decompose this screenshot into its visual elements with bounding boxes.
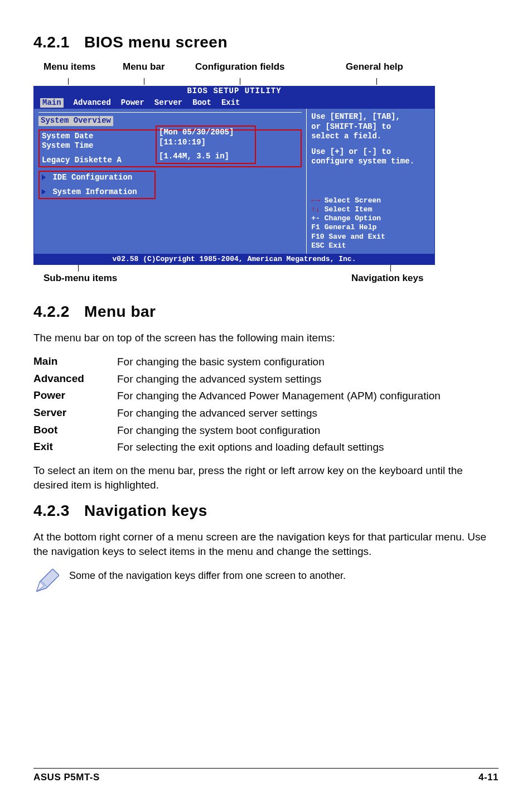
submenu-sysinfo[interactable]: System Information: [42, 187, 152, 197]
tab-server[interactable]: Server: [154, 98, 182, 108]
highlight-box-submenu: IDE Configuration System Information: [38, 171, 156, 199]
bios-menubar[interactable]: Main Advanced Power Server Boot Exit: [33, 97, 435, 109]
def-term: Power: [33, 389, 117, 403]
bottom-annotation-row: Sub-menu items Navigation keys: [33, 273, 435, 286]
submenu-arrow-icon: [42, 175, 46, 180]
def-desc: For changing the basic system configurat…: [117, 355, 499, 369]
help-line: or [SHIFT-TAB] to: [311, 122, 430, 132]
heading-title: Navigation keys: [84, 502, 207, 519]
bios-left-pane: System Overview System Date System Time …: [34, 109, 306, 254]
heading-title: BIOS menu screen: [84, 33, 228, 51]
heading-4-2-2: 4.2.2 Menu bar: [33, 303, 499, 321]
def-term: Server: [33, 407, 117, 421]
help-line: Use [+] or [-] to: [311, 147, 430, 157]
annot-general-help: General help: [346, 61, 403, 73]
nav-key-f1: F1: [311, 223, 320, 231]
nav-key-lr: ←→: [311, 196, 320, 205]
highlight-box-config-fields: [Mon 05/30/2005] [11:10:19] [1.44M, 3.5 …: [156, 125, 256, 164]
annot-menu-bar: Menu bar: [123, 61, 165, 73]
footer-right: 4-11: [478, 772, 499, 783]
tab-advanced[interactable]: Advanced: [74, 98, 111, 108]
nav-key-esc: ESC: [311, 241, 324, 250]
bios-title: BIOS SETUP UTILITY: [33, 86, 435, 97]
nav-key-pm: +-: [311, 214, 320, 223]
heading-num: 4.2.3: [33, 502, 70, 519]
heading-num: 4.2.2: [33, 303, 70, 320]
nav-label: Select Item: [325, 205, 373, 214]
page-footer: ASUS P5MT-S 4-11: [33, 768, 499, 783]
value-system-time[interactable]: [11:10:19]: [159, 138, 253, 148]
annot-config-fields: Configuration fields: [195, 61, 285, 73]
heading-4-2-3: 4.2.3 Navigation keys: [33, 502, 499, 520]
menu-bar-intro: The menu bar on top of the screen has th…: [33, 331, 499, 345]
bios-body: System Overview System Date System Time …: [33, 109, 435, 254]
submenu-ide[interactable]: IDE Configuration: [42, 173, 152, 183]
tab-power[interactable]: Power: [121, 98, 144, 108]
top-annotation-row: Menu items Menu bar Configuration fields…: [33, 61, 499, 77]
tick: [68, 78, 69, 85]
definition-list: MainFor changing the basic system config…: [33, 355, 499, 455]
nav-label: General Help: [325, 223, 377, 231]
def-term: Boot: [33, 424, 117, 438]
tab-exit[interactable]: Exit: [221, 98, 240, 108]
nav-key-f10: F10: [311, 233, 324, 241]
heading-title: Menu bar: [84, 303, 156, 320]
heading-4-2-1: 4.2.1 BIOS menu screen: [33, 33, 499, 51]
value-legacy-diskette[interactable]: [1.44M, 3.5 in]: [159, 152, 253, 162]
footer-left: ASUS P5MT-S: [33, 772, 100, 783]
field-system-time[interactable]: System Time: [42, 141, 148, 151]
tick: [78, 265, 79, 272]
top-tick-row: [33, 78, 499, 86]
tick: [240, 78, 240, 85]
def-desc: For changing the Advanced Power Manageme…: [117, 389, 499, 403]
bios-right-pane: Use [ENTER], [TAB], or [SHIFT-TAB] to se…: [306, 109, 434, 254]
note-text: Some of the navigation keys differ from …: [69, 569, 346, 582]
value-system-date[interactable]: [Mon 05/30/2005]: [159, 128, 253, 138]
annot-nav-keys: Navigation keys: [351, 273, 423, 284]
annot-submenu-items: Sub-menu items: [43, 273, 117, 284]
heading-num: 4.2.1: [33, 33, 70, 51]
menu-bar-outro: To select an item on the menu bar, press…: [33, 463, 499, 492]
tick: [390, 265, 391, 272]
bios-footer: v02.58 (C)Copyright 1985-2004, American …: [33, 254, 435, 265]
nav-label: Select Screen: [325, 196, 381, 205]
note-row: Some of the navigation keys differ from …: [33, 569, 499, 595]
tick: [144, 78, 144, 85]
nav-keys-paragraph: At the bottom right corner of a menu scr…: [33, 530, 499, 558]
submenu-sysinfo-label: System Information: [52, 187, 137, 196]
bottom-tick-row: [33, 265, 435, 273]
submenu-arrow-icon: [42, 189, 46, 195]
def-desc: For selecting the exit options and loadi…: [117, 441, 499, 455]
def-desc: For changing the advanced system setting…: [117, 373, 499, 386]
field-legacy-diskette[interactable]: Legacy Diskette A: [42, 156, 148, 166]
system-overview-label: System Overview: [38, 116, 113, 126]
general-help-text: Use [ENTER], [TAB], or [SHIFT-TAB] to se…: [311, 112, 430, 167]
annot-menu-items: Menu items: [43, 61, 96, 73]
nav-label: Change Option: [325, 214, 381, 223]
nav-keys-panel: ←→ Select Screen ↑↓ Select Item +- Chang…: [311, 196, 430, 251]
help-line: configure system time.: [311, 157, 430, 167]
nav-label: Exit: [328, 241, 346, 250]
bios-screen: BIOS SETUP UTILITY Main Advanced Power S…: [33, 86, 435, 265]
tab-boot[interactable]: Boot: [192, 98, 211, 108]
nav-key-ud: ↑↓: [311, 205, 320, 214]
nav-label: Save and Exit: [328, 233, 385, 241]
def-desc: For changing the system boot configurati…: [117, 424, 499, 438]
def-desc: For changing the advanced server setting…: [117, 407, 499, 421]
pencil-icon: [33, 569, 59, 595]
help-line: select a field.: [311, 132, 430, 142]
help-line: Use [ENTER], [TAB],: [311, 112, 430, 122]
def-term: Exit: [33, 441, 117, 455]
submenu-ide-label: IDE Configuration: [52, 173, 132, 182]
def-term: Main: [33, 355, 117, 369]
def-term: Advanced: [33, 373, 117, 386]
field-system-date[interactable]: System Date: [42, 132, 148, 142]
tab-main[interactable]: Main: [40, 98, 64, 108]
tick: [376, 78, 377, 85]
